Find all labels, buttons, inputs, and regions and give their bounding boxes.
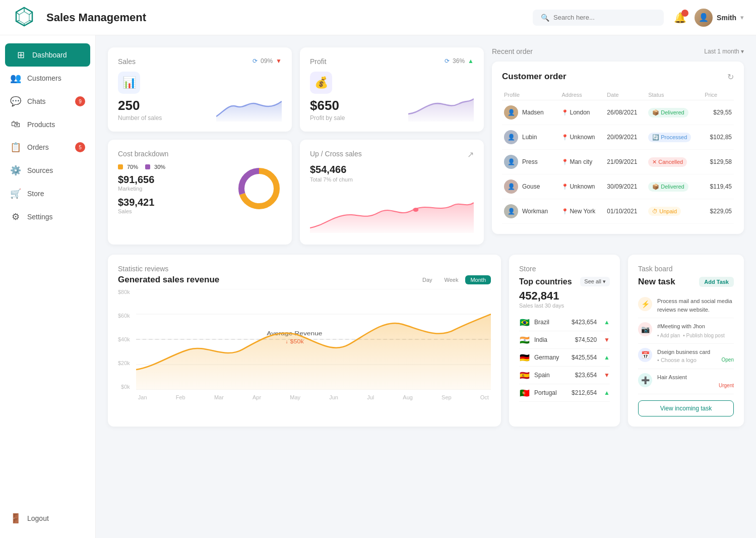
date-cell: 30/09/2021 (605, 174, 646, 199)
sidebar-item-orders[interactable]: 📋 Orders 5 (0, 136, 95, 159)
stats-title: Statistic reviews (118, 265, 168, 273)
sidebar-item-settings[interactable]: ⚙ Settings (0, 205, 95, 228)
sidebar-item-products[interactable]: 🛍 Products (0, 113, 95, 136)
sidebar-item-label: Products (27, 121, 55, 129)
add-task-button[interactable]: Add Task (699, 277, 734, 287)
country-name: Spain (534, 372, 571, 379)
country-trend: ▼ (604, 372, 610, 379)
country-trend: ▲ (604, 354, 610, 361)
left-panels: Sales ⟳ 09% ▼ 📊 250 (108, 47, 484, 245)
sidebar-item-label: Dashboard (32, 51, 67, 59)
country-name: Brazil (534, 319, 568, 326)
country-amount: $212,654 (572, 389, 597, 396)
search-input[interactable] (553, 14, 654, 21)
chats-badge: 9 (75, 96, 85, 106)
profit-label: Profit by sale (310, 114, 345, 122)
address-cell: 📍London (559, 100, 605, 125)
country-trend: ▲ (604, 319, 610, 326)
task-board-title: Task board (638, 265, 734, 273)
sidebar-item-chats[interactable]: 💬 Chats 9 (0, 90, 95, 113)
country-row: 🇪🇸 Spain $23,654 ▼ (519, 367, 610, 384)
country-name: Portugal (534, 389, 568, 396)
date-cell: 26/08/2021 (605, 100, 646, 125)
country-amount: $74,520 (575, 336, 597, 343)
chart-btn-month[interactable]: Month (465, 275, 491, 284)
logout-button[interactable]: 🚪 Logout (0, 507, 95, 530)
sidebar-item-store[interactable]: 🛒 Store (0, 182, 95, 205)
sidebar-bottom: 🚪 Logout (0, 507, 95, 530)
profit-stat: ⟳ 36% ▲ (445, 57, 474, 65)
task-item: ➕ Hair Assient Urgent (638, 369, 734, 394)
table-row: 👤 Lubin 📍Unknown 20/09/2021 🔄 Processed … (502, 125, 734, 150)
customer-order-title: Customer order (502, 72, 566, 82)
page-title: Sales Management (46, 11, 533, 24)
price-cell: $119,45 (703, 174, 734, 199)
see-all-button[interactable]: See all ▾ (580, 277, 610, 286)
country-flag: 🇮🇳 (519, 334, 530, 345)
sales-pct: 09% (261, 57, 273, 65)
table-row: 👤 Gouse 📍Unknown 30/09/2021 📦 Delivered … (502, 174, 734, 199)
svg-line-4 (29, 21, 32, 21)
sidebar-item-sources[interactable]: ⚙️ Sources (0, 159, 95, 182)
task-tag: • Add plan (657, 332, 680, 339)
sidebar: ⊞ Dashboard 👥 Customers 💬 Chats 9 🛍 Prod… (0, 35, 96, 538)
sidebar-item-customers[interactable]: 👥 Customers (0, 67, 95, 90)
search-bar[interactable]: 🔍 (533, 10, 664, 26)
profile-cell: 👤 Madsen (502, 100, 559, 125)
svg-line-6 (16, 21, 19, 21)
address-cell: 📍New York (559, 199, 605, 224)
user-menu[interactable]: 👤 Smith ▾ (695, 9, 744, 27)
country-amount: $423,654 (572, 319, 597, 326)
task-list: ⚡ Process mail and social media reviews … (638, 293, 734, 394)
topbar-right: 🔔 👤 Smith ▾ (674, 9, 744, 27)
sales-period: Sales last 30 days (519, 303, 610, 309)
status-cell: 🔄 Processed (646, 125, 703, 150)
task-text: Dseign business card (657, 348, 734, 356)
new-task-label: New task (638, 277, 675, 287)
country-list: 🇧🇷 Brazil $423,654 ▲ 🇮🇳 India $74,520 ▼ … (519, 314, 610, 402)
orders-icon: 📋 (10, 142, 21, 153)
svg-point-12 (413, 208, 418, 212)
chart-btn-day[interactable]: Day (417, 275, 437, 284)
sidebar-item-label: Orders (27, 143, 49, 151)
sales-amount: $39,421 (118, 197, 230, 208)
logout-label: Logout (27, 514, 49, 522)
task-avatar: 📷 (638, 322, 652, 336)
search-icon: 🔍 (541, 14, 549, 22)
stats-section: Statistic reviews Generated sales revenu… (108, 255, 501, 427)
svg-point-11 (246, 176, 272, 201)
table-row: 👤 Workman 📍New York 01/10/2021 ⏱ Unpaid … (502, 199, 734, 224)
status-cell: ⏱ Unpaid (646, 199, 703, 224)
cost-title: Cost brackdown (118, 150, 282, 158)
country-row: 🇧🇷 Brazil $423,654 ▲ (519, 314, 610, 331)
view-incoming-task-button[interactable]: View incoming task (638, 400, 734, 416)
task-content: Hair Assient Urgent (657, 373, 734, 390)
price-cell: $229,05 (703, 199, 734, 224)
sidebar-item-label: Store (27, 190, 44, 198)
task-content: Process mail and social media reviews ne… (657, 297, 734, 314)
cost-legend: 70% 30% (118, 164, 230, 170)
country-trend: ▼ (604, 336, 610, 343)
upsell-chart (310, 188, 474, 233)
col-price: Price (703, 88, 734, 100)
country-trend: ▲ (604, 389, 610, 396)
sidebar-item-dashboard[interactable]: ⊞ Dashboard (5, 43, 90, 67)
notification-bell[interactable]: 🔔 (674, 12, 686, 24)
table-row: 👤 Madsen 📍London 26/08/2021 📦 Delivered … (502, 100, 734, 125)
refresh-icon[interactable]: ↻ (727, 72, 734, 82)
date-filter[interactable]: Last 1 month ▾ (704, 48, 744, 55)
app-logo[interactable] (12, 6, 36, 30)
task-section: Task board New task Add Task ⚡ Process m… (628, 255, 744, 427)
task-avatar: ➕ (638, 373, 652, 387)
table-header-row: Profile Address Date Status Price (502, 88, 734, 100)
task-item: ⚡ Process mail and social media reviews … (638, 293, 734, 318)
chart-btn-week[interactable]: Week (439, 275, 464, 284)
profit-pct: 36% (453, 57, 465, 65)
sales-icon-box: 📊 (118, 72, 140, 94)
logout-icon: 🚪 (10, 513, 21, 524)
orders-badge: 5 (75, 142, 85, 152)
task-avatar: 📅 (638, 348, 652, 362)
recent-order-section: Recent order Last 1 month ▾ Customer ord… (492, 47, 744, 245)
sales-label: Sales (118, 208, 230, 214)
address-cell: 📍Unknown (559, 125, 605, 150)
